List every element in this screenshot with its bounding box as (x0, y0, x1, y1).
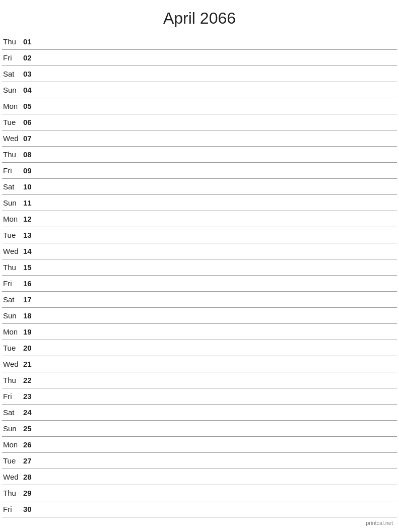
day-line (36, 106, 397, 106)
day-row: Mon05 (2, 98, 397, 114)
day-number: 21 (23, 360, 36, 368)
day-line (36, 154, 397, 155)
day-row: Mon26 (2, 437, 397, 453)
day-name: Sun (2, 311, 23, 320)
day-row: Sun18 (2, 308, 397, 324)
day-number: 19 (23, 327, 36, 336)
day-name: Mon (2, 215, 23, 223)
day-name: Fri (2, 53, 23, 62)
day-name: Sun (2, 424, 23, 433)
day-name: Mon (2, 102, 23, 110)
day-row: Sun11 (2, 195, 397, 211)
day-row: Wed14 (2, 243, 397, 259)
day-line (36, 493, 397, 493)
day-name: Fri (2, 505, 23, 513)
day-row: Sat10 (2, 179, 397, 195)
day-name: Sat (2, 70, 23, 78)
day-line (36, 186, 397, 187)
day-number: 03 (23, 70, 36, 78)
calendar-grid: Thu01Fri02Sat03Sun04Mon05Tue06Wed07Thu08… (0, 34, 399, 517)
footer-label: printcal.net (366, 520, 393, 526)
day-number: 20 (23, 344, 36, 352)
day-number: 22 (23, 376, 36, 384)
day-number: 27 (23, 456, 36, 465)
day-name: Tue (2, 344, 23, 352)
day-line (36, 412, 397, 413)
day-line (36, 396, 397, 396)
day-line (36, 460, 397, 461)
day-line (36, 74, 397, 74)
day-row: Fri16 (2, 276, 397, 292)
day-row: Tue13 (2, 227, 397, 243)
day-name: Thu (2, 263, 23, 272)
day-name: Wed (2, 473, 23, 481)
day-row: Thu08 (2, 147, 397, 163)
day-number: 06 (23, 118, 36, 126)
day-row: Mon12 (2, 211, 397, 227)
day-number: 23 (23, 392, 36, 401)
day-row: Sat24 (2, 405, 397, 421)
day-row: Fri23 (2, 388, 397, 405)
day-line (36, 203, 397, 203)
day-name: Sat (2, 182, 23, 191)
day-row: Thu22 (2, 372, 397, 388)
day-line (36, 444, 397, 445)
day-name: Tue (2, 456, 23, 465)
day-line (36, 122, 397, 122)
day-row: Tue27 (2, 453, 397, 469)
day-line (36, 57, 397, 58)
day-row: Sun04 (2, 82, 397, 98)
day-name: Wed (2, 247, 23, 255)
day-number: 25 (23, 424, 36, 433)
day-name: Tue (2, 231, 23, 239)
day-line (36, 219, 397, 219)
day-row: Mon19 (2, 324, 397, 340)
day-name: Sun (2, 86, 23, 94)
day-line (36, 348, 397, 348)
day-row: Sat17 (2, 292, 397, 308)
day-line (36, 41, 397, 42)
day-number: 18 (23, 311, 36, 320)
day-line (36, 138, 397, 139)
day-name: Sat (2, 295, 23, 304)
day-line (36, 299, 397, 300)
day-number: 28 (23, 473, 36, 481)
day-number: 01 (23, 37, 36, 46)
day-number: 05 (23, 102, 36, 110)
day-row: Thu15 (2, 259, 397, 276)
day-number: 29 (23, 489, 36, 497)
day-name: Wed (2, 360, 23, 368)
day-row: Sat03 (2, 66, 397, 82)
day-number: 30 (23, 505, 36, 513)
day-number: 13 (23, 231, 36, 239)
day-name: Thu (2, 37, 23, 46)
day-number: 16 (23, 279, 36, 288)
day-line (36, 267, 397, 268)
day-number: 24 (23, 408, 36, 417)
day-line (36, 364, 397, 364)
day-name: Mon (2, 327, 23, 336)
day-line (36, 380, 397, 380)
day-row: Fri02 (2, 50, 397, 66)
day-line (36, 477, 397, 477)
day-line (36, 283, 397, 284)
day-name: Thu (2, 489, 23, 497)
day-number: 02 (23, 53, 36, 62)
day-name: Fri (2, 166, 23, 175)
day-line (36, 315, 397, 316)
day-row: Wed21 (2, 356, 397, 372)
day-row: Thu01 (2, 34, 397, 50)
day-row: Fri30 (2, 501, 397, 517)
day-number: 07 (23, 134, 36, 143)
day-name: Fri (2, 392, 23, 401)
day-line (36, 331, 397, 332)
day-row: Tue20 (2, 340, 397, 356)
day-row: Fri09 (2, 163, 397, 179)
day-name: Fri (2, 279, 23, 288)
day-line (36, 509, 397, 509)
day-line (36, 428, 397, 429)
day-number: 08 (23, 150, 36, 159)
day-name: Tue (2, 118, 23, 126)
day-number: 11 (23, 198, 36, 207)
day-number: 15 (23, 263, 36, 272)
